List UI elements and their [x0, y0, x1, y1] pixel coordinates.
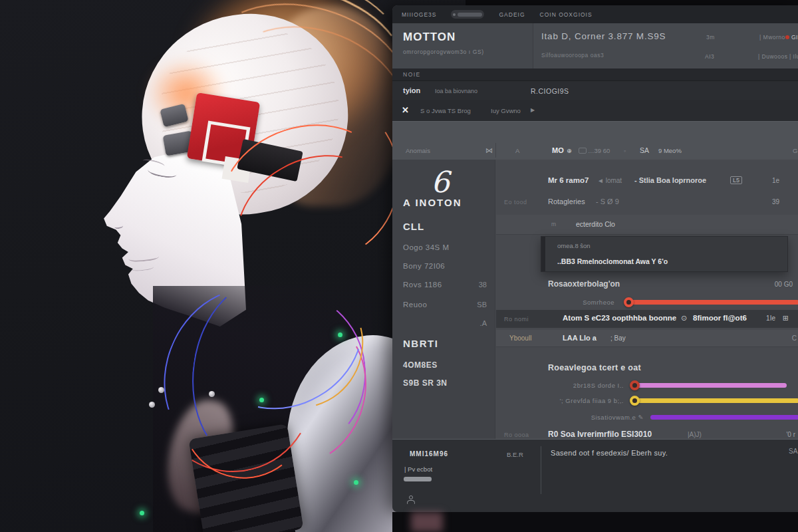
- property-row-12[interactable]: Ro oooa R0 Soa Ivrerimrfilo ESI3010 |A)J…: [496, 430, 798, 439]
- brand-glyph: 6: [431, 165, 450, 199]
- footer-progress-pill: [404, 477, 432, 481]
- sidebar-item-4-value: .A: [480, 319, 487, 327]
- r1-mid2: - Stlia Boa Ioprnoroe: [634, 176, 706, 184]
- footer-note: Sasend oot f esedexis/ Eberh suy.: [551, 449, 668, 457]
- toolbar-left-label[interactable]: Anomais: [406, 147, 430, 154]
- sidebar-item-0[interactable]: Oogo 34S M: [403, 243, 450, 251]
- property-row-7[interactable]: Ybooull LAA Llo a ; Bay C: [496, 330, 798, 347]
- r6-label2: 8fimoor fl@ot6: [693, 314, 747, 322]
- green-led: [354, 480, 358, 485]
- r2-right-value: 39: [772, 198, 779, 205]
- menu-item-1[interactable]: MIIIOGE3S: [402, 11, 436, 18]
- r12-gutter-label: Ro oooa: [504, 432, 529, 438]
- footer-divider: [541, 446, 541, 494]
- top-menu-bar: MIIIOGE3S GADEIG COIN OOXGIOIS: [392, 5, 798, 23]
- slider-purple-track[interactable]: [650, 415, 798, 420]
- dropdown-option-2[interactable]: ..BB3 Rmelnoclomonat Awa Y 6'o: [557, 257, 668, 265]
- r6-circle-icon[interactable]: ⊙: [681, 314, 687, 323]
- close-icon[interactable]: ✕: [402, 105, 409, 115]
- search-input[interactable]: [451, 10, 484, 19]
- header-meta-c2[interactable]: | Iluor g: [789, 53, 798, 60]
- slider-yellow-knob[interactable]: [630, 396, 640, 406]
- slider-red-label: Somrheoe: [496, 299, 614, 306]
- toolbar-item-a[interactable]: A: [515, 147, 519, 154]
- dropdown-header-row[interactable]: m ecterdito Clo: [496, 215, 798, 235]
- ghost-value[interactable]: …39 60: [579, 147, 610, 154]
- sidebar-item-3-value: SB: [477, 301, 487, 309]
- expand-arrow-icon[interactable]: ▶: [531, 107, 535, 113]
- r2-value[interactable]: - S Ø 9: [596, 198, 619, 205]
- menu-item-2[interactable]: GADEIG: [499, 11, 525, 18]
- sidebar-section-nbrti[interactable]: NBRTI: [403, 338, 438, 349]
- sidebar: 6 A INOTON CLL Oogo 34S M Bony 72I06 Rov…: [392, 160, 495, 439]
- slider-row-yellow: '; Grevfda fiiaa 9 b;,.: [496, 396, 798, 408]
- status-badge[interactable]: GIID: [785, 34, 798, 41]
- tyion-row[interactable]: tyion Ioa ba biovnano R.CIOGI9S: [392, 81, 798, 100]
- property-row-2[interactable]: Eo tood Rotagleries - S Ø 9 39: [496, 198, 798, 211]
- toolbar-item-pct[interactable]: 9 Meo%: [658, 147, 682, 154]
- slider-red-track[interactable]: [626, 300, 798, 305]
- app-title: MOTTON: [403, 31, 456, 44]
- r7-label2: ; Bay: [610, 334, 626, 342]
- grid-icon[interactable]: ⊞: [783, 314, 789, 323]
- sidebar-item2-1[interactable]: S9B SR 3N: [403, 378, 448, 388]
- screenshot-stage: MIIIOGE3S GADEIG COIN OOXGIOIS MOTTON om…: [0, 0, 798, 532]
- r12-faint: |A)J): [688, 431, 702, 438]
- footer-right-cut: SA: [789, 448, 797, 455]
- r6-gutter-label: Ro nomi: [504, 316, 529, 323]
- flag-icon[interactable]: ⋈: [485, 146, 493, 155]
- mo-circle-icon[interactable]: ⊕: [567, 147, 572, 154]
- r3-label: ecterdito Clo: [576, 220, 615, 228]
- slider-pink-knob[interactable]: [630, 380, 640, 390]
- slider-purple-label: Sisatiovwam.e ✎: [496, 414, 644, 421]
- record-dot-icon: [785, 35, 789, 39]
- header-meta-c1[interactable]: | Duwooos: [758, 53, 788, 60]
- green-led: [140, 511, 144, 515]
- sidebar-item2-0[interactable]: 4OM8ES: [403, 360, 438, 370]
- slider-pink-label: 2br18S dorde I..: [496, 382, 624, 389]
- property-row-6[interactable]: Ro nomi Atom S eC23 oopthhba boonne ⊙ 8f…: [496, 310, 798, 328]
- toolbar-item-sa[interactable]: SA: [640, 146, 649, 154]
- sidebar-item-2[interactable]: Rovs 1186: [403, 281, 442, 289]
- dropdown-option-1[interactable]: omea.8 ŝon: [557, 242, 591, 249]
- property-row-4[interactable]: Rosaoxterbolag'on 00 G0: [496, 279, 798, 293]
- sidebar-item-3[interactable]: Reuoo: [403, 301, 427, 309]
- r1-mid[interactable]: ◄ lomat: [597, 177, 622, 184]
- main-content: Mr 6 ramo7 ◄ lomat - Stlia Boa Ioprnoroe…: [496, 160, 798, 439]
- r2-gutter-label: Eo tood: [504, 199, 527, 205]
- r6-label: Atom S eC23 oopthhba boonne: [563, 314, 676, 322]
- r1-left: Mr 6 ramo7: [548, 176, 589, 184]
- tyion-name: tyion: [403, 86, 420, 94]
- r4-label: Rosaoxterbolag'on: [548, 279, 620, 289]
- r7-right-cut: C: [792, 334, 797, 342]
- footer-sub[interactable]: | Pv ecbot: [404, 466, 432, 473]
- slider-pink-track[interactable]: [632, 383, 787, 388]
- section-heading-row: Roeavlegoa tcert e oat: [496, 363, 798, 375]
- header-meta-b1[interactable]: | Mworno: [759, 34, 785, 41]
- property-row-1[interactable]: Mr 6 ramo7 ◄ lomat - Stlia Boa Ioprnoroe…: [496, 176, 798, 190]
- app-panel: MIIIOGE3S GADEIG COIN OOXGIOIS MOTTON om…: [392, 5, 798, 512]
- toolbar-item-mo[interactable]: MO: [552, 146, 564, 154]
- person-icon[interactable]: [407, 495, 415, 505]
- slider-red-knob[interactable]: [624, 297, 634, 307]
- connector-sphere: [209, 391, 215, 397]
- document-subtitle: Silfoauwooroopa oas3: [541, 52, 604, 59]
- green-led: [338, 332, 342, 337]
- toolbar-dot: ◦: [624, 147, 626, 154]
- r2-label: Rotagleries: [548, 198, 585, 205]
- search-icon: [453, 13, 456, 16]
- r12-label: R0 Soa Ivrerimrfilo ESI3010: [548, 430, 652, 439]
- toolbar-right-cut: G: [793, 147, 797, 154]
- menu-item-3[interactable]: COIN OOXGIOIS: [540, 11, 593, 18]
- toolbar-divider: [495, 143, 496, 158]
- r1-box-badge[interactable]: L5: [730, 176, 742, 184]
- dropdown-scrollbar[interactable]: [541, 237, 545, 271]
- document-title: Itab D, Corner 3.877 M.S9S: [541, 31, 666, 41]
- header-meta-a1: 3m: [706, 34, 715, 41]
- slider-yellow-track[interactable]: [632, 398, 798, 403]
- sidebar-item-1[interactable]: Bony 72I06: [403, 262, 445, 270]
- sidebar-section-cll[interactable]: CLL: [403, 221, 424, 232]
- footer-name: MMI16M96: [410, 450, 448, 458]
- slider-row-pink: 2br18S dorde I..: [496, 381, 798, 393]
- x-row-text-2[interactable]: Iuy Gvwno: [491, 107, 521, 114]
